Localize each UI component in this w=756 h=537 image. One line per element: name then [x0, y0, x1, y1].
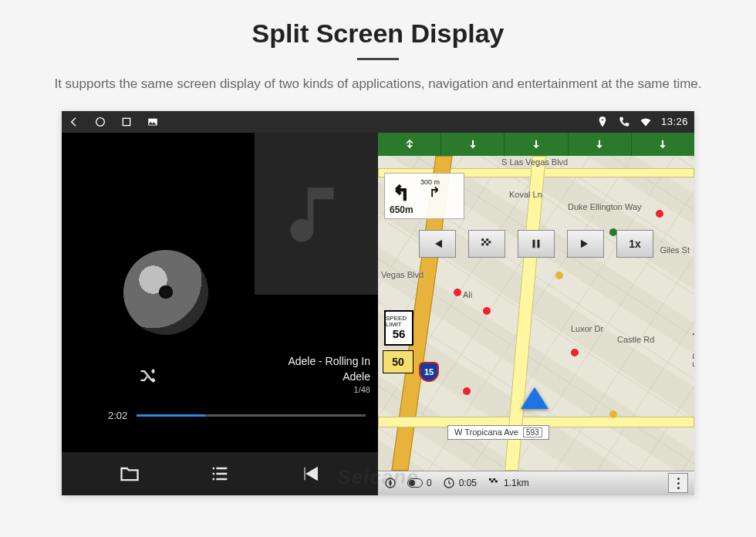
- svg-point-0: [96, 117, 105, 126]
- compass-icon: [384, 477, 397, 489]
- nav-bottom-bar: 0 0:05 1.1km: [378, 471, 694, 495]
- title-divider: [357, 58, 399, 60]
- street-label: Ali: [463, 290, 472, 299]
- sim-pause-button[interactable]: [518, 230, 555, 258]
- folder-button[interactable]: [113, 457, 147, 491]
- svg-rect-7: [488, 241, 491, 243]
- turn-distance: 650m: [390, 204, 413, 215]
- picture-icon[interactable]: [147, 116, 159, 128]
- poi-pin[interactable]: [454, 289, 461, 296]
- music-bottom-bar: [62, 452, 378, 495]
- street-label: Koval Ln: [509, 190, 542, 199]
- sim-control-row: 1x: [419, 230, 653, 258]
- disc-art: [123, 250, 208, 335]
- street-label: S Las Vegas Blvd: [501, 157, 568, 167]
- status-right: 13:26: [596, 116, 688, 128]
- poi-pin[interactable]: [656, 210, 663, 218]
- location-pin-icon: [596, 116, 609, 128]
- speed-limit-label: SPEED LIMIT: [386, 316, 412, 328]
- phone-icon: [618, 116, 630, 128]
- svg-point-3: [602, 119, 604, 121]
- svg-rect-16: [491, 481, 494, 483]
- lane-arrow-icon: [569, 133, 632, 156]
- compass-indicator[interactable]: [384, 477, 397, 489]
- wifi-icon: [640, 116, 652, 128]
- route-badge: 50: [383, 350, 413, 373]
- back-icon[interactable]: [68, 116, 80, 128]
- turn-right-icon: [425, 181, 442, 198]
- track-metadata: Adele - Rolling In Adele 1/48: [288, 354, 370, 397]
- address-number: 593: [523, 427, 542, 437]
- speed-limit-sign: SPEED LIMIT 56: [384, 310, 413, 346]
- poi-pin[interactable]: [483, 307, 491, 315]
- turn-left-icon: [390, 177, 416, 203]
- shuffle-button[interactable]: [136, 363, 162, 389]
- svg-rect-1: [123, 118, 130, 125]
- sim-destination-button[interactable]: [468, 230, 505, 258]
- sim-next-button[interactable]: [567, 230, 604, 258]
- street-label: E Reno Ave: [691, 323, 694, 367]
- recents-square-icon[interactable]: [120, 116, 133, 128]
- split-container: Adele - Rolling In Adele 1/48 2:02: [62, 133, 694, 495]
- nav-menu-button[interactable]: [668, 473, 688, 493]
- street-label: Duke Ellington Way: [568, 202, 642, 211]
- next-turn: 300 m: [420, 178, 440, 186]
- current-position-marker: [521, 387, 548, 409]
- device-frame: 13:26 Adele - Rolling In Adele 1/48: [62, 111, 694, 495]
- home-circle-icon[interactable]: [94, 116, 106, 128]
- svg-rect-4: [481, 238, 484, 241]
- elapsed-time: 2:02: [108, 410, 127, 421]
- sim-speed-button[interactable]: 1x: [616, 230, 653, 258]
- lane-arrow-icon: [632, 133, 694, 156]
- progress-track[interactable]: [137, 414, 366, 417]
- eta-group: 0:05: [443, 477, 477, 489]
- eta-value: 0:05: [459, 478, 477, 488]
- track-index: 1/48: [288, 384, 370, 396]
- lane-guidance-strip: [378, 133, 694, 156]
- music-player-pane: Adele - Rolling In Adele 1/48 2:02: [62, 133, 378, 495]
- address-street: W Tropicana Ave: [454, 427, 518, 437]
- playlist-button[interactable]: [203, 457, 237, 491]
- sim-prev-button[interactable]: [419, 230, 456, 258]
- speed-limit-value: 56: [393, 328, 406, 339]
- album-placeholder-tile: [255, 133, 378, 295]
- street-label: Luxor Dr: [571, 324, 603, 333]
- address-pill[interactable]: W Tropicana Ave 593: [447, 425, 549, 440]
- turn-card: 300 m 650m: [384, 173, 464, 219]
- checkered-flag-icon: [480, 237, 494, 251]
- poi-pin[interactable]: [555, 272, 563, 279]
- track-title: Adele - Rolling In: [288, 354, 370, 370]
- svg-rect-11: [538, 239, 540, 248]
- artist-name: Adele: [288, 370, 370, 385]
- svg-rect-9: [486, 243, 488, 245]
- svg-rect-17: [495, 481, 498, 483]
- poi-pin[interactable]: [463, 387, 471, 395]
- lane-arrow-icon: [505, 133, 568, 156]
- remaining-distance-group: 1.1km: [488, 477, 529, 489]
- previous-track-button[interactable]: [293, 457, 327, 491]
- lane-arrow-icon: [378, 133, 441, 156]
- music-note-icon: [282, 179, 351, 248]
- poi-pin[interactable]: [609, 410, 617, 418]
- navigation-pane: S Las Vegas Blvd Koval Ln Duke Ellington…: [378, 133, 694, 495]
- album-area: Adele - Rolling In Adele 1/48 2:02: [62, 133, 378, 452]
- svg-rect-10: [533, 239, 535, 248]
- checkered-flag-icon: [488, 477, 500, 489]
- street-label: Giles St: [660, 245, 690, 255]
- svg-rect-5: [486, 238, 488, 241]
- poi-pin[interactable]: [571, 349, 579, 356]
- progress-row: 2:02: [62, 410, 378, 421]
- clock-icon: [443, 477, 455, 489]
- android-status-bar: 13:26: [62, 111, 694, 133]
- toggle-indicator[interactable]: 0: [407, 478, 432, 488]
- remaining-distance: 1.1km: [504, 478, 529, 488]
- svg-rect-8: [481, 243, 484, 245]
- svg-rect-15: [493, 478, 495, 481]
- status-clock: 13:26: [661, 116, 688, 127]
- page-subtitle: It supports the same screen display of t…: [0, 74, 756, 111]
- street-label: Castle Rd: [617, 335, 654, 344]
- svg-rect-6: [484, 241, 486, 243]
- street-label: Vegas Blvd: [381, 270, 424, 279]
- svg-rect-14: [489, 478, 491, 481]
- interstate-shield: 15: [420, 363, 438, 381]
